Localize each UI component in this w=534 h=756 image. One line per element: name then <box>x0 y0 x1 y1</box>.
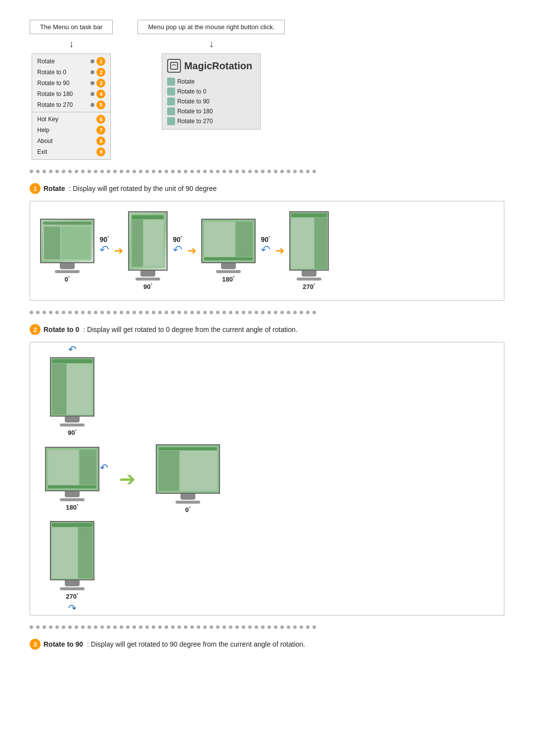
dot-rotate0 <box>90 70 94 74</box>
arrow-down-right: ↓ <box>209 38 214 49</box>
popup-rotate0-icon <box>167 88 175 95</box>
menu-divider <box>32 112 110 112</box>
base-s2-0 <box>176 501 200 504</box>
section-1-title: Rotate <box>44 185 65 192</box>
dot-separator-1 <box>30 170 504 173</box>
section-3-colon: : <box>85 640 91 648</box>
badge-3: 3 <box>96 79 105 88</box>
popup-rotate270[interactable]: Rotate to 270 <box>162 116 260 126</box>
screen-area-0 <box>43 226 91 260</box>
taskbar-label-box: The Menu on task bar <box>30 20 113 34</box>
popup-rotate90-label: Rotate to 90 <box>177 98 209 105</box>
top-curve-arrow: ↶ <box>68 343 77 355</box>
deg-s2-270: 270° <box>66 592 78 600</box>
monitor-s2-90: ↶ 90° <box>50 357 94 436</box>
screen-0-content <box>41 220 93 262</box>
menu-item-hotkey[interactable]: Hot Key 6 <box>32 114 110 125</box>
monitor-screen-s2-0 <box>156 444 220 494</box>
popup-rotate90[interactable]: Rotate to 90 <box>162 96 260 106</box>
stand-s2-180 <box>65 491 80 497</box>
dot-rotate <box>90 59 94 63</box>
menu-item-rotate270[interactable]: Rotate to 270 5 <box>32 99 110 110</box>
svg-rect-0 <box>171 62 178 69</box>
dot-rotate90 <box>90 81 94 85</box>
section-2-title: Rotate to 0 <box>44 326 79 333</box>
arrow-down-left: ↓ <box>69 38 74 49</box>
menu-about-label: About <box>37 138 94 144</box>
popup-rotate-icon <box>167 78 175 86</box>
stand-270 <box>302 271 316 277</box>
badge-8: 8 <box>96 137 105 145</box>
section-2-diagram: ↶ 90° ↶ <box>30 342 504 615</box>
screen-bar-0 <box>43 222 91 225</box>
arrow-right-1: ➔ <box>114 244 123 257</box>
stand-s2-270 <box>65 580 80 586</box>
monitor-s2-270: 270° ↷ <box>50 521 94 600</box>
menu-rotate270-label: Rotate to 270 <box>37 101 89 108</box>
screen-270-content <box>290 212 328 270</box>
base-270 <box>297 278 321 281</box>
popup-rotate270-icon <box>167 117 175 125</box>
degree-270: 270° <box>303 283 315 290</box>
badge-4: 4 <box>96 90 105 98</box>
menu-item-about[interactable]: About 8 <box>32 136 110 146</box>
popup-rotate90-icon <box>167 97 175 105</box>
stand-s2-0 <box>180 494 195 500</box>
section-3-text: Display will get rotated to 90 degree fr… <box>91 640 305 648</box>
stand-90 <box>140 271 155 277</box>
stand-180 <box>221 263 236 269</box>
angle-90-3: 90° <box>261 235 270 243</box>
menu-item-rotate180[interactable]: Rotate to 180 4 <box>32 89 110 99</box>
section-2-text: Display will get rotated to 0 degree fro… <box>87 326 298 333</box>
dot-separator-2 <box>30 311 504 314</box>
badge-2: 2 <box>96 68 105 77</box>
monitor-90deg: 90° <box>128 211 168 290</box>
badge-9: 9 <box>96 147 105 156</box>
magic-rotation-icon <box>167 59 181 73</box>
screen-s2-90 <box>51 358 93 416</box>
monitor-screen-s2-270 <box>50 521 94 580</box>
monitor-screen-90 <box>128 211 168 271</box>
menu-item-rotate[interactable]: Rotate 1 <box>32 56 110 67</box>
taskbar-menu: Rotate 1 Rotate to 0 2 Rotate to 90 3 Ro… <box>32 53 111 160</box>
stand-s2-90 <box>65 417 80 423</box>
arrow-group-3: 90° ↷ <box>261 235 270 257</box>
section-1-text: Display will get rotated by the unit of … <box>73 185 217 192</box>
menu-item-exit[interactable]: Exit 9 <box>32 146 110 157</box>
big-green-arrow: ➔ <box>119 468 136 490</box>
monitor-screen-270 <box>289 211 329 271</box>
magic-rotation-label: MagicRotation <box>184 60 252 72</box>
curve-icon-270: ↷ <box>68 602 77 614</box>
deg-s2-90: 90° <box>68 428 77 436</box>
deg-s2-0: 0° <box>185 506 191 514</box>
curve-arrow-3: ↷ <box>261 243 270 257</box>
base-s2-270 <box>60 587 85 590</box>
angle-90-1: 90° <box>99 235 109 243</box>
screen-s2-0 <box>157 445 219 493</box>
base-90 <box>135 278 160 281</box>
dot-rotate180 <box>90 92 94 96</box>
badge-6: 6 <box>96 115 105 124</box>
degree-0: 0° <box>65 275 70 283</box>
screen-s2-270 <box>51 522 93 579</box>
menu-help-label: Help <box>37 127 94 134</box>
section-3-desc: 3 Rotate to 90 : Display will get rotate… <box>30 639 504 650</box>
menu-item-rotate90[interactable]: Rotate to 90 3 <box>32 78 110 89</box>
monitor-s2-180-row: ↶ 180° <box>45 447 99 511</box>
monitor-screen-180 <box>201 219 256 263</box>
popup-rotate0[interactable]: Rotate to 0 <box>162 87 260 96</box>
monitor-screen-0 <box>40 219 94 263</box>
menu-rotate180-label: Rotate to 180 <box>37 91 89 97</box>
section-3-badge: 3 <box>30 639 41 650</box>
degree-180: 180° <box>222 275 234 283</box>
menu-item-help[interactable]: Help 7 <box>32 125 110 136</box>
popup-rotate[interactable]: Rotate <box>162 77 260 87</box>
degree-90: 90° <box>143 283 152 290</box>
deg-s2-180: 180° <box>66 503 78 511</box>
arrow-right-3: ➔ <box>275 244 284 257</box>
popup-rotate180[interactable]: Rotate to 180 <box>162 106 260 116</box>
monitor-s2-180: 180° <box>45 447 99 511</box>
popup-rotate0-label: Rotate to 0 <box>177 88 206 95</box>
monitor-screen-s2-90 <box>50 357 94 417</box>
menu-item-rotate0[interactable]: Rotate to 0 2 <box>32 67 110 78</box>
